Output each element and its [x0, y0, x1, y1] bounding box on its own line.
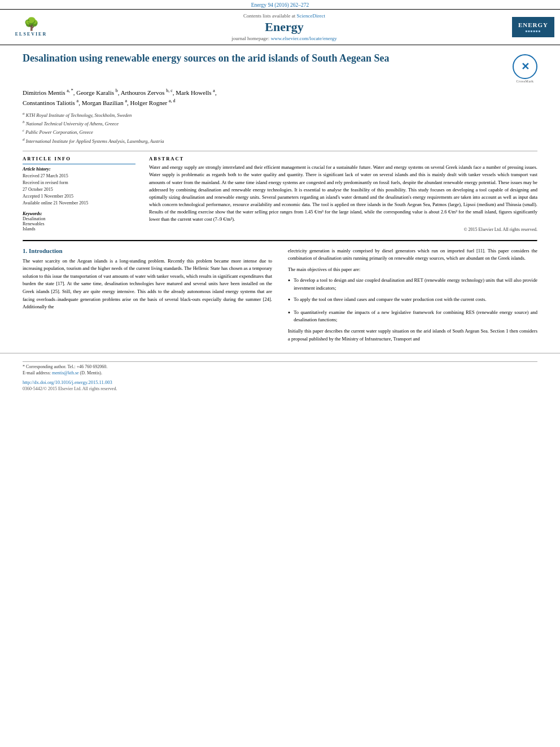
journal-header: 🌳 ELSEVIER Contents lists available at S…: [0, 9, 560, 45]
article-info-col: ARTICLE INFO Article history: Received 2…: [23, 156, 135, 231]
objectives-list: • To develop a tool to design and size c…: [288, 277, 537, 324]
citation-text: Energy 94 (2016) 262–272: [251, 2, 309, 8]
closing-para: Initially this paper describes the curre…: [288, 327, 537, 343]
elsevier-tree-icon: 🌳: [24, 18, 39, 30]
abstract-heading: ABSTRACT: [149, 156, 537, 161]
keyword-islands: Islands: [23, 226, 135, 231]
energy-logo-subtext: ■■■■■■: [514, 29, 552, 33]
intro-para-1: The water scarcity on the Aegean islands…: [23, 257, 272, 311]
objective-2: • To apply the tool on three island case…: [288, 296, 537, 305]
objective-3: • To quantitatively examine the impacts …: [288, 309, 537, 324]
section-title: 1. Introduction: [23, 247, 272, 254]
doi-link[interactable]: http://dx.doi.org/10.1016/j.energy.2015.…: [23, 379, 112, 385]
received-date: Received 27 March 2015: [23, 173, 135, 180]
copyright: © 2015 Elsevier Ltd. All rights reserved…: [149, 227, 537, 232]
bullet-icon-2: •: [288, 295, 290, 305]
citation-bar: Energy 94 (2016) 262–272: [0, 0, 560, 9]
sciencedirect-link[interactable]: ScienceDirect: [297, 13, 325, 19]
bullet-icon-3: •: [288, 308, 290, 324]
abstract-text: Water and energy supply are strongly int…: [149, 164, 537, 223]
email-link[interactable]: mentis@kth.se: [52, 370, 79, 375]
intro-right: electricity generation is mainly compris…: [288, 247, 537, 347]
footer-divider: [23, 361, 537, 362]
introduction-section: 1. Introduction The water scarcity on th…: [23, 247, 537, 347]
intro-left: 1. Introduction The water scarcity on th…: [23, 247, 272, 347]
journal-title: Energy: [62, 20, 506, 34]
energy-logo-box: ENERGY ■■■■■■: [512, 17, 554, 37]
energy-logo: ENERGY ■■■■■■: [512, 17, 554, 37]
objective-1: • To develop a tool to design and size c…: [288, 277, 537, 292]
article-info-heading: ARTICLE INFO: [23, 156, 135, 161]
info-abstract-section: ARTICLE INFO Article history: Received 2…: [23, 156, 537, 231]
contents-line: Contents lists available at ScienceDirec…: [62, 13, 506, 19]
issn-line: 0360-5442/© 2015 Elsevier Ltd. All right…: [23, 386, 537, 391]
available-date: Available online 21 November 2015: [23, 200, 135, 207]
header-center: Contents lists available at ScienceDirec…: [62, 13, 506, 41]
article-title: Desalination using renewable energy sour…: [23, 52, 504, 65]
authors-line: Dimitrios Mentis a, *, George Karalis b,…: [23, 88, 537, 108]
history-label: Article history:: [23, 167, 135, 172]
elsevier-logo: 🌳 ELSEVIER: [6, 18, 56, 37]
intro-para-right-1: electricity generation is mainly compris…: [288, 247, 537, 263]
crossmark-circle: ✕: [513, 54, 537, 79]
section-divider: [23, 240, 537, 242]
received-revised-label: Received in revised form: [23, 180, 135, 186]
objective-3-text: To quantitatively examine the impacts of…: [294, 309, 537, 324]
elsevier-label: ELSEVIER: [15, 32, 47, 37]
keyword-desalination: Desalination: [23, 216, 135, 221]
crossmark-label: CrossMark: [513, 80, 537, 83]
energy-logo-text: ENERGY: [514, 21, 552, 28]
accepted-date: Accepted 1 November 2015: [23, 193, 135, 200]
doi-section: http://dx.doi.org/10.1016/j.energy.2015.…: [23, 379, 537, 385]
keywords-label: Keywords:: [23, 211, 135, 216]
keyword-renewables: Renewables: [23, 221, 135, 226]
abstract-col: ABSTRACT Water and energy supply are str…: [149, 156, 537, 231]
homepage-link[interactable]: www.elsevier.com/locate/energy: [271, 36, 337, 41]
email-line: E-mail address: mentis@kth.se (D. Mentis…: [23, 370, 537, 375]
objective-1-text: To develop a tool to design and size cou…: [294, 277, 537, 292]
divider-1: [23, 151, 537, 151]
article-body: Desalination using renewable energy sour…: [0, 45, 560, 353]
received-revised-date: 27 October 2015: [23, 186, 135, 193]
bullet-icon-1: •: [288, 276, 290, 292]
affiliations: a KTH Royal Institute of Technology, Sto…: [23, 111, 537, 146]
crossmark-badge[interactable]: ✕ CrossMark: [513, 54, 537, 83]
objective-2-text: To apply the tool on three island cases …: [294, 296, 486, 305]
article-history-box: Article history: Received 27 March 2015 …: [23, 164, 135, 207]
footnote-star-line: * Corresponding author. Tel.: +46 760 69…: [23, 364, 537, 369]
crossmark-icon: ✕: [521, 60, 530, 73]
title-area: Desalination using renewable energy sour…: [23, 52, 537, 83]
footer: * Corresponding author. Tel.: +46 760 69…: [0, 353, 560, 395]
keywords-section: Keywords: Desalination Renewables Island…: [23, 211, 135, 231]
objectives-intro: The main objectives of this paper are:: [288, 266, 537, 274]
homepage-line: journal homepage: www.elsevier.com/locat…: [62, 36, 506, 41]
